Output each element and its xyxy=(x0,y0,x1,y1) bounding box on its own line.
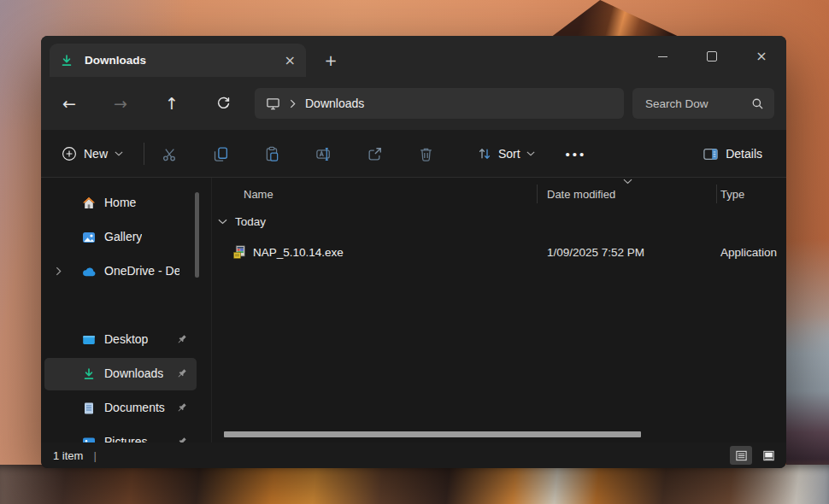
pin-icon xyxy=(175,436,188,442)
up-button[interactable]: ↑ xyxy=(156,88,187,119)
this-pc-icon xyxy=(266,97,280,111)
column-header-type[interactable]: Type xyxy=(720,188,744,201)
desktop-icon xyxy=(82,333,96,347)
installer-file-icon xyxy=(232,245,247,260)
sidebar-item-label: OneDrive - Depa xyxy=(104,264,179,278)
tab-title: Downloads xyxy=(85,54,146,67)
details-view-button[interactable] xyxy=(730,446,752,465)
close-tab-icon[interactable]: × xyxy=(285,54,296,67)
forward-button[interactable]: → xyxy=(105,88,136,119)
maximize-button[interactable] xyxy=(687,36,737,77)
sidebar-scrollbar[interactable] xyxy=(195,192,199,278)
window-controls: × xyxy=(638,36,786,77)
chevron-down-icon xyxy=(526,151,535,156)
column-header-date-modified[interactable]: Date modified xyxy=(547,188,615,201)
back-button[interactable]: ← xyxy=(54,88,85,119)
toolbar-separator xyxy=(144,143,144,165)
sidebar-item-gallery[interactable]: Gallery xyxy=(44,221,197,254)
onedrive-icon xyxy=(82,265,96,278)
desktop-wallpaper: Downloads × + × ← → ↑ xyxy=(0,0,829,504)
copy-button[interactable] xyxy=(203,139,238,168)
chevron-right-icon[interactable] xyxy=(56,267,62,276)
file-explorer-window: Downloads × + × ← → ↑ xyxy=(41,36,786,468)
navigation-bar: ← → ↑ Downloads Search Dow xyxy=(41,77,786,130)
sidebar-item-label: Home xyxy=(104,196,136,209)
close-icon: × xyxy=(756,50,767,63)
chevron-down-icon xyxy=(218,219,227,225)
file-list-panel: Name Date modified Type Today xyxy=(212,178,786,442)
large-icons-view-button[interactable] xyxy=(757,446,779,465)
sidebar-item-desktop[interactable]: Desktop xyxy=(44,324,197,356)
sidebar-item-label: Desktop xyxy=(104,332,148,346)
wallpaper-mountain-peak xyxy=(538,0,701,39)
share-button[interactable] xyxy=(357,139,391,168)
pin-icon xyxy=(175,401,188,414)
pin-icon xyxy=(175,367,188,380)
pin-icon xyxy=(175,333,188,346)
sidebar-item-home[interactable]: Home xyxy=(44,187,197,220)
new-button[interactable]: New xyxy=(53,139,132,168)
sidebar-item-onedrive[interactable]: OneDrive - Depa xyxy=(44,255,197,288)
group-header-today[interactable]: Today xyxy=(218,215,266,228)
minimize-button[interactable] xyxy=(638,36,687,77)
pictures-icon xyxy=(82,436,96,442)
item-count: 1 item xyxy=(53,449,83,462)
tab-downloads[interactable]: Downloads × xyxy=(50,44,306,77)
gallery-icon xyxy=(82,231,96,244)
address-bar[interactable]: Downloads xyxy=(255,88,624,119)
group-label: Today xyxy=(235,215,266,228)
delete-button[interactable] xyxy=(409,139,443,168)
sort-direction-icon xyxy=(623,179,632,185)
file-type: Application xyxy=(720,246,777,259)
plus-circle-icon xyxy=(62,146,77,161)
download-tab-icon xyxy=(60,54,73,67)
new-tab-button[interactable]: + xyxy=(316,48,345,72)
status-separator: | xyxy=(93,449,96,462)
command-toolbar: New xyxy=(41,130,786,178)
chevron-down-icon xyxy=(115,151,123,156)
sidebar-item-pictures[interactable]: Pictures xyxy=(44,426,197,442)
sidebar-item-documents[interactable]: Documents xyxy=(44,392,197,425)
file-name: NAP_5.10.14.exe xyxy=(253,246,344,259)
status-bar: 1 item | xyxy=(41,442,786,468)
new-button-label: New xyxy=(84,147,108,161)
tab-bar: Downloads × + × xyxy=(41,36,786,77)
minimize-icon xyxy=(658,56,667,57)
downloads-icon xyxy=(82,367,96,381)
wallpaper-rocks xyxy=(0,465,829,504)
sidebar-item-label: Pictures xyxy=(104,435,148,442)
details-pane-icon xyxy=(703,146,719,162)
sort-arrows-icon xyxy=(477,146,492,161)
sidebar-item-label: Documents xyxy=(104,401,165,414)
file-date-modified: 1/09/2025 7:52 PM xyxy=(547,246,644,259)
sort-button[interactable]: Sort xyxy=(468,139,544,168)
column-divider[interactable] xyxy=(716,185,717,203)
maximize-icon xyxy=(707,51,717,62)
sidebar-item-downloads[interactable]: Downloads xyxy=(44,358,197,390)
home-icon xyxy=(82,196,96,210)
chevron-right-icon[interactable] xyxy=(290,99,296,108)
rename-button[interactable] xyxy=(306,139,340,168)
search-icon xyxy=(751,97,764,110)
table-row[interactable]: NAP_5.10.14.exe 1/09/2025 7:52 PM Applic… xyxy=(215,239,781,267)
column-divider[interactable] xyxy=(537,185,538,203)
documents-icon xyxy=(82,401,96,415)
cut-button[interactable] xyxy=(152,139,186,168)
paste-button[interactable] xyxy=(255,139,289,168)
details-button-label: Details xyxy=(726,147,762,161)
close-button[interactable]: × xyxy=(737,36,786,77)
breadcrumb[interactable]: Downloads xyxy=(305,97,364,110)
sidebar-item-label: Downloads xyxy=(104,366,163,380)
sort-button-label: Sort xyxy=(498,147,520,161)
navigation-sidebar: Home Gallery OneDrive - Depa xyxy=(41,178,211,442)
refresh-button[interactable] xyxy=(208,88,238,119)
more-options-button[interactable]: ••• xyxy=(559,139,593,168)
column-header-name[interactable]: Name xyxy=(244,188,273,201)
view-toggles xyxy=(730,446,779,465)
search-input[interactable]: Search Dow xyxy=(632,88,774,119)
search-text: Search Dow xyxy=(645,97,751,110)
details-pane-button[interactable]: Details xyxy=(696,139,769,168)
horizontal-scrollbar[interactable] xyxy=(224,431,641,437)
sidebar-item-label: Gallery xyxy=(104,230,142,243)
